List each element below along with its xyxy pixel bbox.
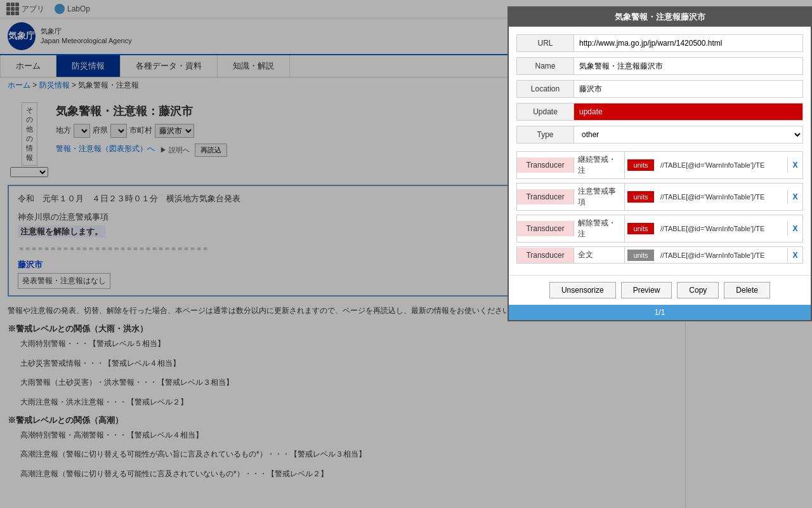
modal-body: URL Name Location Update Type other bbox=[509, 27, 811, 275]
preview-button[interactable]: Preview bbox=[621, 282, 672, 298]
url-input[interactable] bbox=[574, 35, 802, 51]
transducer-row-3: Transducer 全文 units //TABLE[@id='WarnInf… bbox=[516, 246, 803, 264]
url-label: URL bbox=[517, 35, 574, 51]
modal-title: 気象警報・注意報藤沢市 bbox=[509, 8, 811, 27]
transducer-units-0: units bbox=[625, 157, 657, 173]
transducer-units-2: units bbox=[625, 221, 657, 236]
location-row: Location bbox=[516, 80, 803, 98]
units-btn-0[interactable]: units bbox=[627, 159, 654, 171]
transducer-units-1: units bbox=[625, 189, 657, 204]
update-label: Update bbox=[517, 104, 574, 120]
transducer-name-2: 解除警戒・注 bbox=[574, 215, 625, 242]
transducer-name-3: 全文 bbox=[574, 247, 625, 263]
update-row: Update bbox=[516, 103, 803, 121]
transducer-name-1: 注意警戒事項 bbox=[574, 184, 625, 210]
units-btn-2[interactable]: units bbox=[627, 223, 654, 234]
transducer-section: Transducer 継続警戒・注 units //TABLE[@id='War… bbox=[516, 151, 803, 264]
update-input[interactable] bbox=[574, 104, 802, 120]
type-row: Type other bbox=[516, 126, 803, 144]
name-label: Name bbox=[517, 58, 574, 74]
name-row: Name bbox=[516, 57, 803, 75]
modal-dialog: 気象警報・注意報藤沢市 URL Name Location Update Typ… bbox=[508, 6, 812, 321]
transducer-delete-0[interactable]: X bbox=[787, 158, 802, 172]
type-label: Type bbox=[517, 126, 574, 143]
units-btn-3[interactable]: units bbox=[627, 250, 654, 261]
transducer-row-1: Transducer 注意警戒事項 units //TABLE[@id='War… bbox=[516, 183, 803, 211]
units-btn-1[interactable]: units bbox=[627, 191, 654, 203]
modal-pagination: 1/1 bbox=[509, 305, 811, 320]
type-select[interactable]: other bbox=[574, 127, 802, 142]
transducer-path-1: //TABLE[@id='WarnInfoTable']/TE bbox=[657, 190, 787, 203]
transducer-label-0: Transducer bbox=[517, 157, 574, 173]
transducer-row-2: Transducer 解除警戒・注 units //TABLE[@id='War… bbox=[516, 215, 803, 243]
copy-button[interactable]: Copy bbox=[677, 282, 719, 298]
transducer-name-0: 継続警戒・注 bbox=[574, 152, 625, 178]
transducer-row-0: Transducer 継続警戒・注 units //TABLE[@id='War… bbox=[516, 151, 803, 179]
transducer-delete-3[interactable]: X bbox=[787, 248, 802, 262]
transducer-label-2: Transducer bbox=[517, 221, 574, 236]
transducer-path-0: //TABLE[@id='WarnInfoTable']/TE bbox=[657, 159, 787, 171]
location-input[interactable] bbox=[574, 81, 802, 97]
transducer-path-2: //TABLE[@id='WarnInfoTable']/TE bbox=[657, 222, 787, 235]
transducer-label-3: Transducer bbox=[517, 248, 574, 263]
name-input[interactable] bbox=[574, 58, 802, 74]
transducer-delete-2[interactable]: X bbox=[787, 222, 802, 236]
modal-footer: Unsensorize Preview Copy Delete bbox=[509, 275, 811, 305]
transducer-label-1: Transducer bbox=[517, 189, 574, 204]
delete-button[interactable]: Delete bbox=[724, 282, 770, 298]
transducer-delete-1[interactable]: X bbox=[787, 190, 802, 204]
url-row: URL bbox=[516, 34, 803, 52]
location-label: Location bbox=[517, 81, 574, 97]
unsensorize-button[interactable]: Unsensorize bbox=[549, 282, 616, 298]
transducer-units-3: units bbox=[625, 248, 657, 263]
transducer-path-3: //TABLE[@id='WarnInfoTable']/TE bbox=[657, 249, 787, 262]
